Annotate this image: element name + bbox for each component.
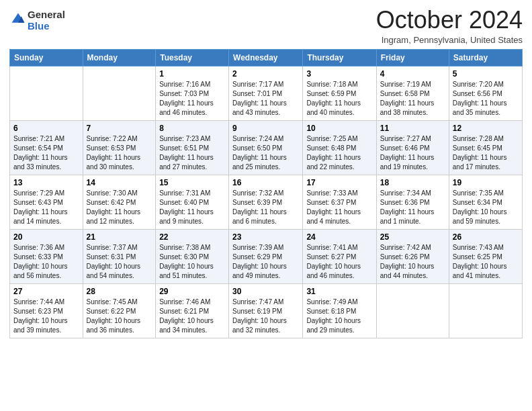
day-info: Sunrise: 7:46 AM Sunset: 6:21 PM Dayligh…	[159, 298, 225, 335]
header-row: SundayMondayTuesdayWednesdayThursdayFrid…	[10, 49, 523, 66]
day-info: Sunrise: 7:18 AM Sunset: 6:59 PM Dayligh…	[306, 80, 372, 118]
day-cell-29: 29Sunrise: 7:46 AM Sunset: 6:21 PM Dayli…	[156, 283, 229, 338]
day-number: 25	[380, 232, 445, 242]
month-title: October 2024	[376, 7, 523, 34]
day-info: Sunrise: 7:34 AM Sunset: 6:36 PM Dayligh…	[380, 189, 445, 226]
day-cell-empty	[10, 66, 83, 120]
day-number: 17	[306, 178, 372, 187]
logo-icon	[11, 12, 26, 27]
day-number: 14	[87, 178, 152, 187]
logo: General Blue	[9, 9, 65, 32]
day-number: 3	[306, 69, 372, 79]
day-info: Sunrise: 7:33 AM Sunset: 6:37 PM Dayligh…	[306, 189, 372, 226]
day-cell-14: 14Sunrise: 7:30 AM Sunset: 6:42 PM Dayli…	[83, 175, 156, 229]
day-cell-20: 20Sunrise: 7:36 AM Sunset: 6:33 PM Dayli…	[10, 229, 83, 283]
day-cell-24: 24Sunrise: 7:41 AM Sunset: 6:27 PM Dayli…	[303, 229, 376, 283]
day-header-thursday: Thursday	[303, 49, 376, 66]
day-cell-28: 28Sunrise: 7:45 AM Sunset: 6:22 PM Dayli…	[83, 283, 156, 338]
day-number: 31	[306, 287, 372, 296]
day-info: Sunrise: 7:47 AM Sunset: 6:19 PM Dayligh…	[232, 298, 299, 335]
day-info: Sunrise: 7:38 AM Sunset: 6:30 PM Dayligh…	[159, 243, 225, 281]
day-cell-18: 18Sunrise: 7:34 AM Sunset: 6:36 PM Dayli…	[376, 175, 449, 229]
day-info: Sunrise: 7:45 AM Sunset: 6:22 PM Dayligh…	[87, 298, 152, 335]
day-number: 13	[13, 178, 79, 187]
day-cell-8: 8Sunrise: 7:23 AM Sunset: 6:51 PM Daylig…	[156, 120, 229, 175]
week-row-1: 1Sunrise: 7:16 AM Sunset: 7:03 PM Daylig…	[10, 66, 523, 120]
day-number: 20	[13, 232, 79, 242]
day-header-tuesday: Tuesday	[156, 49, 229, 66]
day-info: Sunrise: 7:39 AM Sunset: 6:29 PM Dayligh…	[232, 243, 299, 281]
day-number: 5	[453, 69, 519, 79]
page-header: General Blue October 2024 Ingram, Pennsy…	[9, 7, 523, 45]
calendar-table: SundayMondayTuesdayWednesdayThursdayFrid…	[9, 49, 523, 338]
day-number: 18	[380, 178, 445, 187]
day-info: Sunrise: 7:42 AM Sunset: 6:26 PM Dayligh…	[380, 243, 445, 281]
day-cell-15: 15Sunrise: 7:31 AM Sunset: 6:40 PM Dayli…	[156, 175, 229, 229]
day-header-friday: Friday	[376, 49, 449, 66]
day-number: 9	[232, 124, 299, 133]
day-cell-5: 5Sunrise: 7:20 AM Sunset: 6:56 PM Daylig…	[449, 66, 522, 120]
day-info: Sunrise: 7:16 AM Sunset: 7:03 PM Dayligh…	[159, 80, 225, 118]
day-number: 27	[13, 287, 79, 296]
day-number: 22	[159, 232, 225, 242]
calendar-page: General Blue October 2024 Ingram, Pennsy…	[0, 0, 532, 411]
day-number: 8	[159, 124, 225, 133]
day-number: 26	[453, 232, 519, 242]
day-cell-10: 10Sunrise: 7:25 AM Sunset: 6:48 PM Dayli…	[303, 120, 376, 175]
day-header-wednesday: Wednesday	[229, 49, 303, 66]
day-number: 29	[159, 287, 225, 296]
day-cell-27: 27Sunrise: 7:44 AM Sunset: 6:23 PM Dayli…	[10, 283, 83, 338]
day-header-monday: Monday	[83, 49, 156, 66]
logo-blue-text: Blue	[28, 20, 50, 32]
day-cell-7: 7Sunrise: 7:22 AM Sunset: 6:53 PM Daylig…	[83, 120, 156, 175]
day-cell-19: 19Sunrise: 7:35 AM Sunset: 6:34 PM Dayli…	[449, 175, 522, 229]
day-number: 1	[159, 69, 225, 79]
day-number: 30	[232, 287, 299, 296]
day-header-saturday: Saturday	[449, 49, 522, 66]
day-info: Sunrise: 7:29 AM Sunset: 6:43 PM Dayligh…	[13, 189, 79, 226]
day-number: 12	[453, 124, 519, 133]
day-cell-1: 1Sunrise: 7:16 AM Sunset: 7:03 PM Daylig…	[156, 66, 229, 120]
day-info: Sunrise: 7:30 AM Sunset: 6:42 PM Dayligh…	[87, 189, 152, 226]
day-info: Sunrise: 7:24 AM Sunset: 6:50 PM Dayligh…	[232, 134, 299, 172]
title-block: October 2024 Ingram, Pennsylvania, Unite…	[376, 7, 523, 45]
day-cell-4: 4Sunrise: 7:19 AM Sunset: 6:58 PM Daylig…	[376, 66, 449, 120]
day-info: Sunrise: 7:19 AM Sunset: 6:58 PM Dayligh…	[380, 80, 445, 118]
day-info: Sunrise: 7:36 AM Sunset: 6:33 PM Dayligh…	[13, 243, 79, 281]
day-info: Sunrise: 7:32 AM Sunset: 6:39 PM Dayligh…	[232, 189, 299, 226]
day-cell-25: 25Sunrise: 7:42 AM Sunset: 6:26 PM Dayli…	[376, 229, 449, 283]
day-cell-6: 6Sunrise: 7:21 AM Sunset: 6:54 PM Daylig…	[10, 120, 83, 175]
day-number: 15	[159, 178, 225, 187]
day-cell-21: 21Sunrise: 7:37 AM Sunset: 6:31 PM Dayli…	[83, 229, 156, 283]
logo-general-text: General	[28, 9, 65, 20]
day-info: Sunrise: 7:25 AM Sunset: 6:48 PM Dayligh…	[306, 134, 372, 172]
day-info: Sunrise: 7:27 AM Sunset: 6:46 PM Dayligh…	[380, 134, 445, 172]
day-cell-2: 2Sunrise: 7:17 AM Sunset: 7:01 PM Daylig…	[229, 66, 303, 120]
day-cell-9: 9Sunrise: 7:24 AM Sunset: 6:50 PM Daylig…	[229, 120, 303, 175]
day-info: Sunrise: 7:31 AM Sunset: 6:40 PM Dayligh…	[159, 189, 225, 226]
day-cell-11: 11Sunrise: 7:27 AM Sunset: 6:46 PM Dayli…	[376, 120, 449, 175]
day-number: 24	[306, 232, 372, 242]
day-cell-31: 31Sunrise: 7:49 AM Sunset: 6:18 PM Dayli…	[303, 283, 376, 338]
day-cell-3: 3Sunrise: 7:18 AM Sunset: 6:59 PM Daylig…	[303, 66, 376, 120]
day-number: 23	[232, 232, 299, 242]
logo-text: General Blue	[28, 9, 65, 32]
day-cell-empty	[449, 283, 522, 338]
day-number: 28	[87, 287, 152, 296]
day-number: 21	[87, 232, 152, 242]
day-number: 6	[13, 124, 79, 133]
day-cell-17: 17Sunrise: 7:33 AM Sunset: 6:37 PM Dayli…	[303, 175, 376, 229]
week-row-5: 27Sunrise: 7:44 AM Sunset: 6:23 PM Dayli…	[10, 283, 523, 338]
day-info: Sunrise: 7:37 AM Sunset: 6:31 PM Dayligh…	[87, 243, 152, 281]
day-cell-22: 22Sunrise: 7:38 AM Sunset: 6:30 PM Dayli…	[156, 229, 229, 283]
day-info: Sunrise: 7:23 AM Sunset: 6:51 PM Dayligh…	[159, 134, 225, 172]
day-number: 16	[232, 178, 299, 187]
day-info: Sunrise: 7:22 AM Sunset: 6:53 PM Dayligh…	[87, 134, 152, 172]
day-cell-empty	[83, 66, 156, 120]
day-cell-30: 30Sunrise: 7:47 AM Sunset: 6:19 PM Dayli…	[229, 283, 303, 338]
day-cell-empty	[376, 283, 449, 338]
day-number: 19	[453, 178, 519, 187]
day-number: 10	[306, 124, 372, 133]
day-info: Sunrise: 7:17 AM Sunset: 7:01 PM Dayligh…	[232, 80, 299, 118]
day-number: 7	[87, 124, 152, 133]
